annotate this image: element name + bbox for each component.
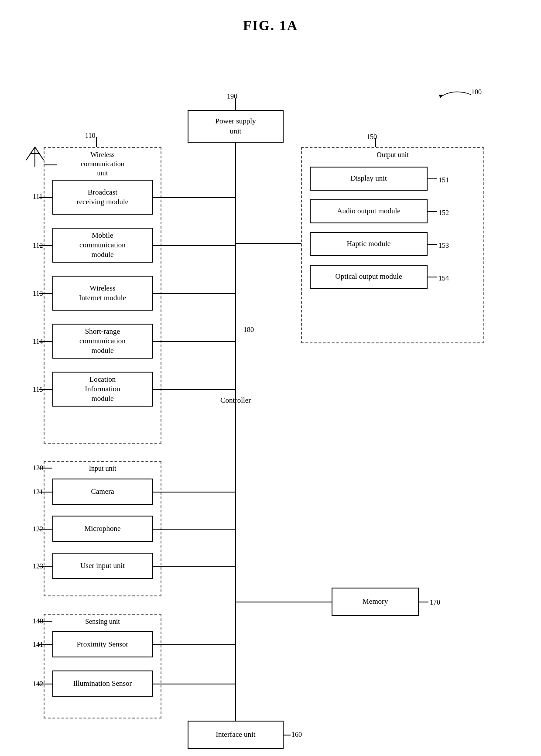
- microphone-box: Microphone: [52, 516, 153, 542]
- power-supply-box: Power supply unit: [188, 110, 284, 143]
- wireless-comm-unit-label: Wireless communication unit: [57, 151, 148, 178]
- line-111: [39, 197, 52, 198]
- line-location-bus: [153, 389, 236, 390]
- svg-marker-0: [438, 95, 443, 98]
- interface-label: Interface unit: [216, 730, 255, 739]
- proximity-box: Proximity Sensor: [52, 631, 153, 657]
- haptic-label: Haptic module: [347, 239, 391, 249]
- power-supply-label: Power supply unit: [215, 116, 256, 136]
- line-122: [39, 529, 52, 530]
- line-140: [39, 621, 52, 622]
- audio-box: Audio output module: [310, 199, 428, 223]
- interface-box: Interface unit: [188, 721, 284, 749]
- camera-label: Camera: [91, 487, 114, 496]
- line-151: [428, 178, 437, 179]
- ref-160: 160: [291, 731, 302, 739]
- line-141: [39, 644, 52, 645]
- optical-label: Optical output module: [336, 272, 402, 281]
- illumination-label: Illumination Sensor: [73, 679, 132, 688]
- line-114: [39, 341, 52, 342]
- input-unit-label: Input unit: [76, 464, 129, 473]
- short-range-label: Short-range communication module: [79, 327, 126, 356]
- line-113: [39, 293, 52, 294]
- line-wireless-bus: [153, 293, 236, 294]
- display-box: Display unit: [310, 167, 428, 191]
- proximity-label: Proximity Sensor: [77, 640, 129, 649]
- display-label: Display unit: [350, 174, 387, 183]
- line-153: [428, 244, 437, 245]
- ref-151: 151: [438, 176, 449, 184]
- wireless-internet-label: Wireless Internet module: [79, 284, 126, 303]
- memory-box: Memory: [332, 588, 419, 616]
- camera-box: Camera: [52, 479, 153, 505]
- ref-110: 110: [85, 132, 95, 140]
- main-bus-line: [235, 143, 236, 705]
- mobile-comm-box: Mobile communication module: [52, 228, 153, 263]
- ref-100-arrow: [414, 86, 476, 103]
- diagram: 100 Power supply unit 190 180 Controller…: [0, 47, 541, 756]
- user-input-box: User input unit: [52, 553, 153, 579]
- ref-152: 152: [438, 209, 449, 217]
- line-160: [284, 735, 291, 735]
- line-120: [39, 468, 52, 469]
- ref-180: 180: [243, 326, 254, 334]
- illumination-box: Illumination Sensor: [52, 670, 153, 697]
- sensing-unit-label: Sensing unit: [74, 617, 131, 626]
- line-broadcast-bus: [153, 197, 236, 198]
- line-antenna-comm: [44, 164, 57, 165]
- ref-154: 154: [438, 274, 449, 282]
- line-112: [39, 245, 52, 246]
- optical-box: Optical output module: [310, 265, 428, 289]
- line-170: [419, 602, 428, 602]
- line-short-bus: [153, 341, 236, 342]
- line-proximity-bus: [153, 644, 236, 645]
- haptic-box: Haptic module: [310, 232, 428, 256]
- line-bus-interface: [235, 705, 236, 721]
- microphone-label: Microphone: [84, 524, 120, 534]
- ref-153: 153: [438, 242, 449, 250]
- figure-title: FIG. 1A: [0, 0, 541, 34]
- line-110: [96, 137, 97, 147]
- line-camera-bus: [153, 492, 236, 493]
- location-label: Location Information module: [85, 375, 120, 404]
- line-121: [39, 492, 52, 493]
- line-142: [39, 684, 52, 684]
- location-box: Location Information module: [52, 372, 153, 407]
- audio-label: Audio output module: [337, 206, 400, 216]
- line-micro-bus: [153, 529, 236, 530]
- line-190-power: [235, 98, 236, 110]
- line-115: [39, 389, 52, 390]
- line-mobile-bus: [153, 245, 236, 246]
- short-range-box: Short-range communication module: [52, 324, 153, 359]
- line-150: [375, 138, 376, 147]
- line-bus-output: [235, 243, 301, 244]
- output-unit-label: Output unit: [366, 151, 419, 160]
- sensing-unit-box: [44, 614, 161, 718]
- broadcast-label: Broadcast receiving module: [77, 188, 129, 207]
- antenna-icon: [24, 138, 46, 169]
- user-input-label: User input unit: [80, 561, 125, 571]
- line-memory-bus: [235, 602, 332, 602]
- line-illumination-bus: [153, 684, 236, 684]
- ref-170: 170: [430, 599, 440, 606]
- broadcast-box: Broadcast receiving module: [52, 180, 153, 215]
- mobile-comm-label: Mobile communication module: [79, 231, 126, 260]
- wireless-internet-box: Wireless Internet module: [52, 276, 153, 311]
- ref-111: 111: [33, 193, 43, 201]
- line-152: [428, 211, 437, 212]
- line-userinput-bus: [153, 566, 236, 567]
- controller-label: Controller: [209, 396, 262, 405]
- line-154: [428, 277, 437, 277]
- line-123: [39, 566, 52, 567]
- memory-label: Memory: [363, 597, 388, 606]
